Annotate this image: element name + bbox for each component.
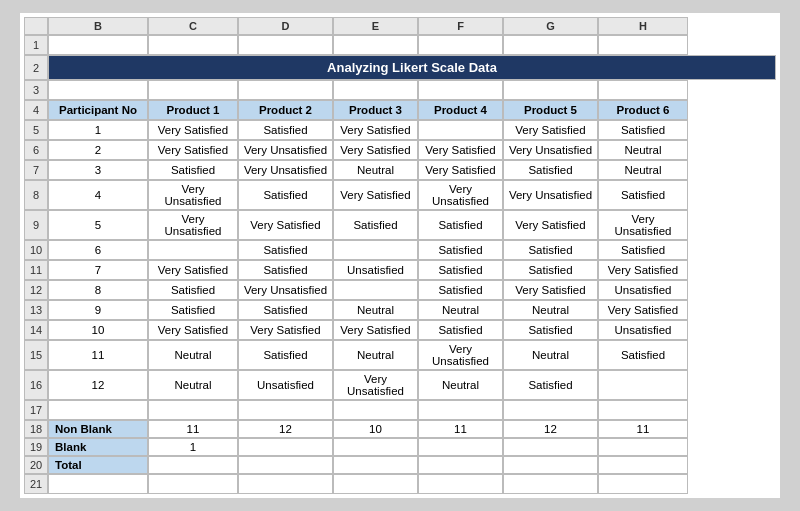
cell-p1-8[interactable]: Very Unsatisfied: [148, 180, 238, 210]
cell-id-6[interactable]: 2: [48, 140, 148, 160]
cell-g3[interactable]: [503, 80, 598, 100]
cell-id-9[interactable]: 5: [48, 210, 148, 240]
cell-h1[interactable]: [598, 35, 688, 55]
cell-p5-10[interactable]: Satisfied: [503, 240, 598, 260]
val-nb-4[interactable]: 11: [418, 420, 503, 438]
cell-c1[interactable]: [148, 35, 238, 55]
cell-e17[interactable]: [333, 400, 418, 420]
cell-f17[interactable]: [418, 400, 503, 420]
val-nb-6[interactable]: 11: [598, 420, 688, 438]
cell-p3-6[interactable]: Very Satisfied: [333, 140, 418, 160]
cell-p4-8[interactable]: Very Unsatisfied: [418, 180, 503, 210]
cell-p2-15[interactable]: Satisfied: [238, 340, 333, 370]
val-nb-3[interactable]: 10: [333, 420, 418, 438]
val-t-3[interactable]: [333, 456, 418, 474]
cell-d17[interactable]: [238, 400, 333, 420]
cell-p1-13[interactable]: Satisfied: [148, 300, 238, 320]
cell-id-10[interactable]: 6: [48, 240, 148, 260]
cell-p3-8[interactable]: Very Satisfied: [333, 180, 418, 210]
col-header-c[interactable]: C: [148, 17, 238, 35]
cell-p5-14[interactable]: Satisfied: [503, 320, 598, 340]
cell-p3-16[interactable]: Very Unsatisfied: [333, 370, 418, 400]
cell-p2-6[interactable]: Very Unsatisfied: [238, 140, 333, 160]
cell-p4-12[interactable]: Satisfied: [418, 280, 503, 300]
cell-f21[interactable]: [418, 474, 503, 494]
cell-p6-15[interactable]: Satisfied: [598, 340, 688, 370]
cell-p5-16[interactable]: Satisfied: [503, 370, 598, 400]
cell-p3-10[interactable]: [333, 240, 418, 260]
cell-p2-7[interactable]: Very Unsatisfied: [238, 160, 333, 180]
val-bl-1[interactable]: 1: [148, 438, 238, 456]
cell-p5-11[interactable]: Satisfied: [503, 260, 598, 280]
cell-b1[interactable]: [48, 35, 148, 55]
val-nb-5[interactable]: 12: [503, 420, 598, 438]
cell-id-13[interactable]: 9: [48, 300, 148, 320]
cell-p3-15[interactable]: Neutral: [333, 340, 418, 370]
cell-p5-6[interactable]: Very Unsatisfied: [503, 140, 598, 160]
cell-p2-11[interactable]: Satisfied: [238, 260, 333, 280]
val-t-4[interactable]: [418, 456, 503, 474]
col-header-b[interactable]: B: [48, 17, 148, 35]
val-nb-2[interactable]: 12: [238, 420, 333, 438]
cell-p3-12[interactable]: [333, 280, 418, 300]
val-t-6[interactable]: [598, 456, 688, 474]
cell-p5-8[interactable]: Very Unsatisfied: [503, 180, 598, 210]
cell-p6-13[interactable]: Very Satisfied: [598, 300, 688, 320]
cell-p5-13[interactable]: Neutral: [503, 300, 598, 320]
cell-p1-6[interactable]: Very Satisfied: [148, 140, 238, 160]
cell-id-15[interactable]: 11: [48, 340, 148, 370]
cell-p6-6[interactable]: Neutral: [598, 140, 688, 160]
cell-p1-11[interactable]: Very Satisfied: [148, 260, 238, 280]
cell-p2-8[interactable]: Satisfied: [238, 180, 333, 210]
cell-b3[interactable]: [48, 80, 148, 100]
cell-p1-10[interactable]: [148, 240, 238, 260]
cell-g17[interactable]: [503, 400, 598, 420]
cell-e1[interactable]: [333, 35, 418, 55]
cell-d3[interactable]: [238, 80, 333, 100]
cell-g1[interactable]: [503, 35, 598, 55]
val-t-2[interactable]: [238, 456, 333, 474]
val-bl-4[interactable]: [418, 438, 503, 456]
cell-p1-12[interactable]: Satisfied: [148, 280, 238, 300]
cell-p4-11[interactable]: Satisfied: [418, 260, 503, 280]
cell-p6-7[interactable]: Neutral: [598, 160, 688, 180]
val-bl-5[interactable]: [503, 438, 598, 456]
cell-p1-7[interactable]: Satisfied: [148, 160, 238, 180]
cell-p6-12[interactable]: Unsatisfied: [598, 280, 688, 300]
cell-e21[interactable]: [333, 474, 418, 494]
cell-id-7[interactable]: 3: [48, 160, 148, 180]
col-header-d[interactable]: D: [238, 17, 333, 35]
cell-p3-14[interactable]: Very Satisfied: [333, 320, 418, 340]
cell-id-14[interactable]: 10: [48, 320, 148, 340]
cell-h21[interactable]: [598, 474, 688, 494]
cell-p3-11[interactable]: Unsatisfied: [333, 260, 418, 280]
cell-p6-8[interactable]: Satisfied: [598, 180, 688, 210]
cell-h3[interactable]: [598, 80, 688, 100]
cell-c21[interactable]: [148, 474, 238, 494]
col-header-g[interactable]: G: [503, 17, 598, 35]
cell-e3[interactable]: [333, 80, 418, 100]
cell-p2-16[interactable]: Unsatisfied: [238, 370, 333, 400]
cell-p6-10[interactable]: Satisfied: [598, 240, 688, 260]
cell-b21[interactable]: [48, 474, 148, 494]
cell-p2-14[interactable]: Very Satisfied: [238, 320, 333, 340]
cell-id-11[interactable]: 7: [48, 260, 148, 280]
cell-d1[interactable]: [238, 35, 333, 55]
cell-p6-5[interactable]: Satisfied: [598, 120, 688, 140]
cell-p5-9[interactable]: Very Satisfied: [503, 210, 598, 240]
cell-p4-13[interactable]: Neutral: [418, 300, 503, 320]
cell-b17[interactable]: [48, 400, 148, 420]
cell-p6-9[interactable]: Very Unsatisfied: [598, 210, 688, 240]
cell-c17[interactable]: [148, 400, 238, 420]
cell-p1-16[interactable]: Neutral: [148, 370, 238, 400]
cell-p5-12[interactable]: Very Satisfied: [503, 280, 598, 300]
cell-id-12[interactable]: 8: [48, 280, 148, 300]
cell-p4-15[interactable]: Very Unsatisfied: [418, 340, 503, 370]
cell-p5-15[interactable]: Neutral: [503, 340, 598, 370]
cell-p2-9[interactable]: Very Satisfied: [238, 210, 333, 240]
val-bl-2[interactable]: [238, 438, 333, 456]
cell-p2-12[interactable]: Very Unsatisfied: [238, 280, 333, 300]
cell-p1-9[interactable]: Very Unsatisfied: [148, 210, 238, 240]
col-header-f[interactable]: F: [418, 17, 503, 35]
cell-p1-15[interactable]: Neutral: [148, 340, 238, 370]
